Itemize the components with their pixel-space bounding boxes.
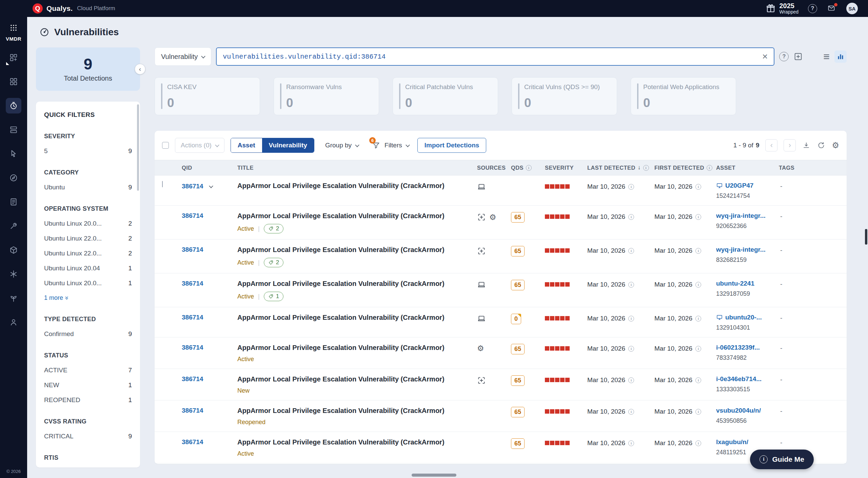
filter-option-reopened[interactable]: REOPENED 1 — [44, 396, 132, 404]
asset-link[interactable]: lxagubu/n/ — [716, 438, 748, 446]
table-row[interactable]: 386714 AppArmor Local Privilege Escalati… — [155, 206, 847, 240]
avatar[interactable]: SA — [846, 3, 858, 14]
row-checkbox[interactable] — [162, 181, 163, 187]
asset-link[interactable]: wyq-jira-integr... — [716, 246, 766, 253]
tag-count-chip[interactable]: 2 — [264, 224, 283, 233]
save-query-button[interactable] — [793, 52, 803, 61]
col-severity[interactable]: SEVERITY — [545, 165, 587, 171]
filter-option-ubuntu[interactable]: Ubuntu 9 — [44, 184, 132, 191]
search-scope-select[interactable]: Vulnerability — [155, 47, 211, 66]
qid-link[interactable]: 386714 — [182, 375, 203, 383]
refresh-button[interactable] — [817, 141, 826, 150]
qid-link[interactable]: 386714 — [182, 314, 203, 321]
qid-link[interactable]: 386714 — [182, 438, 203, 446]
info-icon[interactable]: i — [628, 248, 634, 254]
sidebar-item-containers[interactable] — [6, 242, 21, 258]
wrapped-banner[interactable]: 2025 Wrapped — [766, 2, 798, 15]
filter-option-os-5[interactable]: Ubuntu Linux 20.0... 1 — [44, 279, 132, 287]
table-row[interactable]: 386714 AppArmor Local Privilege Escalati… — [155, 432, 847, 463]
asset-link[interactable]: ubuntu20-... — [725, 314, 762, 321]
qds-badge[interactable]: 65 — [511, 246, 525, 256]
import-detections-button[interactable]: Import Detections — [417, 138, 487, 153]
sidebar-item-vulnerabilities[interactable] — [6, 98, 21, 113]
clear-search-icon[interactable]: × — [762, 52, 768, 61]
table-row[interactable]: 386714 AppArmor Local Privilege Escalati… — [155, 273, 847, 307]
info-icon[interactable]: i — [695, 377, 701, 383]
tag-count-chip[interactable]: 1 — [264, 292, 283, 301]
qid-link[interactable]: 386714 — [182, 246, 203, 253]
col-first-detected[interactable]: FIRST DETECTED i — [654, 165, 716, 171]
download-button[interactable] — [802, 141, 811, 150]
query-help-icon[interactable]: ? — [779, 52, 789, 61]
info-icon[interactable]: i — [695, 282, 701, 288]
info-icon[interactable]: i — [695, 316, 701, 321]
window-drag-handle[interactable] — [412, 474, 456, 477]
stat-card-ransomware[interactable]: Ransomware Vulns 0 — [274, 77, 379, 115]
stat-card-web-apps[interactable]: Potential Web Applications 0 — [631, 77, 736, 115]
info-icon[interactable]: i — [628, 184, 634, 190]
search-input[interactable] — [222, 53, 762, 61]
qds-badge[interactable]: 65 — [511, 438, 525, 449]
notifications-button[interactable] — [827, 4, 837, 13]
filter-option-os-3[interactable]: Ubuntu Linux 22.0... 2 — [44, 250, 132, 257]
info-icon[interactable]: i — [628, 346, 634, 352]
col-title[interactable]: TITLE — [237, 165, 477, 171]
qds-badge[interactable]: 65 — [511, 375, 525, 386]
stat-card-critical-qds[interactable]: Critical Vulns (QDS >= 90) 0 — [512, 77, 617, 115]
table-row[interactable]: 386714 AppArmor Local Privilege Escalati… — [155, 175, 847, 206]
filter-option-critical[interactable]: CRITICAL 9 — [44, 433, 132, 440]
sidebar-item-response[interactable] — [6, 146, 21, 162]
sidebar-item-assets[interactable] — [6, 122, 21, 138]
list-view-toggle[interactable]: ≡ — [823, 51, 830, 62]
filter-option-active[interactable]: ACTIVE 7 — [44, 367, 132, 374]
toggle-asset[interactable]: Asset — [231, 138, 262, 152]
stat-card-cisa-kev[interactable]: CISA KEV 0 — [155, 77, 260, 115]
info-icon[interactable]: i — [695, 440, 701, 446]
sort-desc-icon[interactable]: ↓ — [638, 164, 641, 171]
asset-link[interactable]: vsubu2004u/n/ — [716, 407, 761, 414]
info-icon[interactable]: i — [526, 165, 532, 171]
stat-card-critical-patchable[interactable]: Critical Patchable Vulns 0 — [393, 77, 498, 115]
asset-link[interactable]: wyq-jira-integr... — [716, 212, 766, 220]
info-icon[interactable]: i — [628, 409, 634, 415]
info-icon[interactable]: i — [695, 248, 701, 254]
filter-option-confirmed[interactable]: Confirmed 9 — [44, 330, 132, 338]
show-more-link[interactable]: 1 more » — [44, 294, 132, 302]
info-icon[interactable]: i — [695, 346, 701, 352]
qid-link[interactable]: 386714 — [182, 280, 203, 287]
sidebar-item-remediation[interactable] — [6, 218, 21, 234]
table-row[interactable]: 386714 AppArmor Local Privilege Escalati… — [155, 369, 847, 400]
info-icon[interactable]: i — [628, 282, 634, 288]
asset-link[interactable]: i-060213239f... — [716, 344, 760, 351]
asset-link[interactable]: U20GP47 — [725, 182, 753, 189]
qid-link[interactable]: 386714 — [182, 407, 203, 414]
settings-button[interactable]: ⚙ — [832, 141, 839, 149]
row-expander[interactable] — [206, 182, 215, 191]
info-icon[interactable]: i — [628, 214, 634, 220]
actions-dropdown[interactable]: Actions (0) — [175, 138, 224, 153]
qds-badge[interactable]: 65 — [511, 407, 525, 417]
info-icon[interactable]: i — [695, 409, 701, 415]
asset-link[interactable]: i-0e346eb714... — [716, 375, 762, 383]
info-icon[interactable]: i — [707, 165, 712, 171]
filter-option-new[interactable]: NEW 1 — [44, 381, 132, 389]
col-qds[interactable]: QDS i — [511, 165, 545, 171]
filters-dropdown[interactable]: 6 Filters — [370, 138, 411, 153]
info-icon[interactable]: i — [695, 214, 701, 220]
table-row[interactable]: 386714 AppArmor Local Privilege Escalati… — [155, 307, 847, 337]
guide-me-button[interactable]: i Guide Me — [750, 450, 814, 469]
filter-option-severity-5[interactable]: 5 9 — [44, 147, 132, 155]
collapse-panel-button[interactable]: ‹ — [135, 64, 145, 75]
sidebar-item-users[interactable] — [6, 314, 21, 330]
vertical-scrollbar[interactable] — [865, 229, 867, 245]
table-row[interactable]: 386714 AppArmor Local Privilege Escalati… — [155, 240, 847, 273]
table-row[interactable]: 386714 AppArmor Local Privilege Escalati… — [155, 337, 847, 369]
chart-view-toggle[interactable] — [834, 50, 847, 63]
panel-scrollbar[interactable] — [137, 104, 139, 191]
sidebar-item-growth[interactable] — [6, 290, 21, 306]
sidebar-item-modules[interactable] — [6, 74, 21, 89]
col-last-detected[interactable]: LAST DETECTED ↓ i — [587, 164, 654, 171]
apps-menu-button[interactable] — [9, 24, 18, 33]
qds-badge[interactable]: 65 — [511, 212, 525, 223]
prev-page-button[interactable]: ‹ — [765, 139, 777, 151]
